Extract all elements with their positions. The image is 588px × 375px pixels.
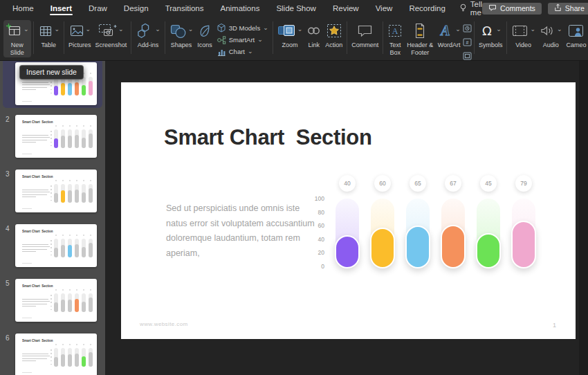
chevron-down-icon[interactable]: ⌄ [530,26,535,33]
thumbnail-text-line [22,251,36,252]
thumbnail-value-dot [55,344,57,345]
chart-value-badge: 40 [339,175,356,192]
thumbnail-text-line [22,140,47,140]
ribbon-item-text-box[interactable]: AText Box [385,20,405,57]
ribbon-item-chart[interactable]: Chart⌄ [214,46,270,57]
ribbon-group-separator [506,21,507,54]
chevron-down-icon[interactable]: ⌄ [297,26,303,33]
thumbnail-value-dot [90,344,91,345]
slide-thumbnail-2[interactable]: Smart Chart Section [15,115,97,158]
thumbnail-chart-pill [54,248,58,257]
slide-chart[interactable]: 100806040200406065674579 [315,171,553,275]
link-label: Link [309,42,320,49]
tab-transitions[interactable]: Transitions [157,0,212,17]
chart-pill [476,233,501,268]
slide-thumbnail-5[interactable]: Smart Chart Section [15,279,97,322]
chevron-down-icon[interactable]: ⌄ [263,25,268,31]
ribbon-item-action[interactable]: Action [323,20,344,51]
chevron-down-icon[interactable]: ⌄ [557,26,562,33]
tab-insert[interactable]: Insert [42,0,80,17]
slide-body-text[interactable]: Sed ut perspiciatis unde omnis iste natu… [166,201,321,261]
tab-animations[interactable]: Animations [212,0,268,17]
slide-thumbnail-panel[interactable]: Smart Chart Section2Smart Chart Section3… [0,61,105,375]
thumbnail-value-dot [62,289,64,291]
ribbon-item-new-slide[interactable]: ⌄New Slide [3,20,31,57]
ribbon-item-table[interactable]: ⌄Table [36,20,62,51]
thumbnail-axis-dot [50,138,52,139]
slide-thumbnail-4[interactable]: Smart Chart Section [15,224,97,267]
chart-value-badge: 67 [445,175,461,192]
y-axis-tick-label: 40 [304,236,324,243]
tab-review[interactable]: Review [324,0,367,17]
ribbon-item-date-time[interactable] [463,23,472,35]
shapes-icon [169,24,187,39]
ribbon-item-screenshot[interactable]: ⌄Screenshot [93,20,129,51]
ribbon-group-separator [347,21,347,54]
ribbon-item-add-ins[interactable]: ⌄Add-ins [134,20,163,51]
ribbon-item-smartart[interactable]: SmartArt⌄ [214,34,270,46]
thumbnail-axis-dot [50,255,52,256]
tab-home[interactable]: Home [4,0,42,17]
ribbon-group-separator [64,21,64,54]
ribbon-item-comment[interactable]: Comment [349,20,380,51]
chart-pill [370,228,395,268]
thumbnail-value-dot [90,289,91,291]
slide-thumbnail-3[interactable]: Smart Chart Section [15,170,97,212]
chevron-down-icon[interactable]: ⌄ [24,26,29,33]
ribbon-item-header-footer[interactable]: Header & Footer [405,20,435,57]
thumbnail-value-dot [62,180,64,181]
thumbnail-text-line [22,89,36,90]
thumbnail-axis-dot [50,192,52,194]
tab-design[interactable]: Design [116,0,157,17]
y-axis-tick-label: 80 [304,209,324,216]
ribbon-item-slide-number[interactable]: # [463,37,472,49]
ribbon-item-pictures[interactable]: ⌄Pictures [66,20,93,51]
chevron-down-icon[interactable]: ⌄ [118,26,124,33]
ribbon-item-link[interactable]: Link [304,20,323,51]
ribbon-item-shapes[interactable]: ⌄Shapes [167,20,196,51]
tab-slide-show[interactable]: Slide Show [268,0,324,17]
chevron-down-icon[interactable]: ⌄ [86,26,91,33]
thumbnail-chart-pill [61,136,65,148]
thumbnail-axis-dot [50,145,52,147]
thumbnail-chart-pill [82,302,86,312]
ribbon-item-wordart[interactable]: A⌄WordArt [435,20,463,51]
symbols-label: Symbols [479,42,503,49]
chevron-down-icon[interactable]: ⌄ [155,26,160,33]
ribbon-item-zoom[interactable]: ⌄Zoom [275,20,305,51]
ribbon-item-symbols[interactable]: Ω⌄Symbols [477,20,505,51]
smartart-label: SmartArt [229,36,255,44]
chevron-down-icon[interactable]: ⌄ [55,26,60,33]
cameo-icon [568,24,584,37]
chevron-down-icon[interactable]: ⌄ [257,37,263,43]
thumbnail-value-dot [90,180,91,181]
chevron-down-icon[interactable]: ⌄ [496,26,502,33]
chevron-down-icon[interactable]: ⌄ [248,48,253,55]
thumbnail-value-dot [62,344,64,345]
comment-bubble-icon [488,4,497,13]
thumbnail-chart-pill [54,86,58,95]
chart-pill [441,225,466,268]
ribbon-item-cameo[interactable]: Cameo [564,20,588,51]
thumbnail-chart-pill [89,243,93,257]
comments-button-label: Comments [500,4,535,12]
share-button[interactable]: Share [548,3,588,15]
ribbon-item-icons[interactable]: Icons [195,20,214,51]
ribbon-item-audio[interactable]: ⌄Audio [538,20,564,51]
tab-draw[interactable]: Draw [80,0,116,17]
thumbnail-axis-dot [50,349,52,351]
tab-recording[interactable]: Recording [401,0,453,17]
new-slide-icon [6,23,22,39]
tell-me[interactable]: Tell me [459,0,482,17]
ribbon-item-video[interactable]: ⌄Video [509,20,538,51]
thumbnail-number: 2 [6,116,10,123]
tab-view[interactable]: View [367,0,401,17]
chevron-down-icon[interactable]: ⌄ [455,26,461,33]
thumbnail-axis-dot [50,360,52,362]
chevron-down-icon[interactable]: ⌄ [188,26,194,33]
slide-thumbnail-6[interactable]: Smart Chart Section [15,333,97,375]
ribbon-item-3d-models[interactable]: 3D Models⌄ [214,22,270,34]
comments-button[interactable]: Comments [482,3,542,15]
slide-title[interactable]: Smart Chart Section [164,125,372,150]
slide-footer-url: www.website.com [140,321,188,327]
